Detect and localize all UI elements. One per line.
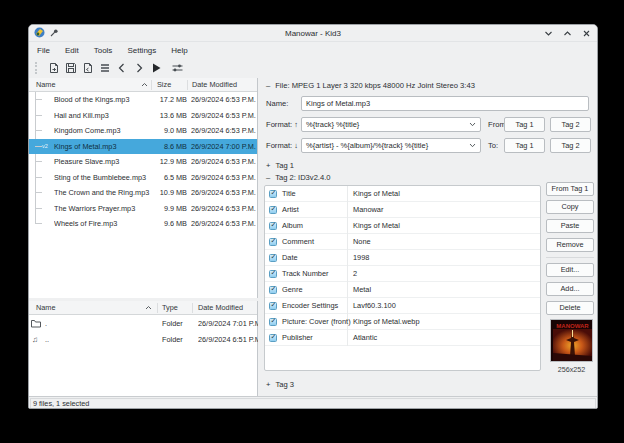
frame-value[interactable]: Kings of Metal: [353, 186, 400, 202]
file-row[interactable]: Blood of the Kings.mp3 17.2 MB 26/9/2024…: [29, 92, 257, 108]
select-all-button[interactable]: [96, 60, 113, 76]
frame-row[interactable]: Artist Manowar: [265, 202, 540, 218]
copy-button[interactable]: Copy: [546, 200, 594, 214]
frame-checkbox[interactable]: [269, 270, 277, 278]
next-file-button[interactable]: [130, 60, 147, 76]
column-header-size[interactable]: Size: [157, 78, 171, 92]
file-row[interactable]: Sting of the Bumblebee.mp3 6.5 MB 26/9/2…: [29, 170, 257, 186]
format-from-combo[interactable]: %{track} %{title}: [301, 117, 481, 132]
menu-tools[interactable]: Tools: [94, 46, 113, 55]
delete-button[interactable]: Delete: [546, 301, 594, 315]
file-row[interactable]: The Crown and the Ring.mp3 10.9 MB 26/9/…: [29, 185, 257, 201]
chevron-down-icon: [469, 122, 476, 127]
frame-value[interactable]: 1998: [353, 250, 369, 266]
add-button[interactable]: Add...: [546, 282, 594, 296]
frame-value[interactable]: Atlantic: [353, 330, 377, 346]
frame-row[interactable]: Title Kings of Metal: [265, 186, 540, 202]
folder-type: Folder: [162, 316, 194, 332]
column-header-name[interactable]: Name: [36, 78, 55, 92]
frame-checkbox[interactable]: [269, 318, 277, 326]
from-tag1-button[interactable]: Tag 1: [504, 117, 545, 132]
close-button[interactable]: [581, 28, 591, 38]
frame-row[interactable]: Album Kings of Metal: [265, 218, 540, 234]
music-note-icon: ♫: [32, 332, 42, 348]
minimize-button[interactable]: [543, 28, 553, 38]
folder-row[interactable]: ♫ .. Folder 26/9/2024 6:51 P.M.: [29, 332, 257, 348]
revert-button[interactable]: [79, 60, 96, 76]
frame-row[interactable]: Date 1998: [265, 250, 540, 266]
column-header-name[interactable]: Name: [36, 301, 55, 315]
remove-button[interactable]: Remove: [546, 238, 594, 252]
menu-settings[interactable]: Settings: [127, 46, 156, 55]
tag3-section-header[interactable]: + Tag 3: [266, 380, 294, 389]
frame-row[interactable]: Encoder Settings Lavf60.3.100: [265, 298, 540, 314]
frame-value[interactable]: Kings of Metal.webp: [353, 314, 420, 330]
previous-file-icon: [116, 62, 128, 74]
file-row[interactable]: Pleasure Slave.mp3 12.9 MB 26/9/2024 6:5…: [29, 154, 257, 170]
save-button[interactable]: [62, 60, 79, 76]
file-row[interactable]: Wheels of Fire.mp3 9.6 MB 26/9/2024 6:53…: [29, 216, 257, 232]
frame-checkbox[interactable]: [269, 238, 277, 246]
kid3-window: Manowar - Kid3 File Edit Tools Settings …: [28, 24, 598, 409]
file-row[interactable]: The Warriors Prayer.mp3 9.9 MB 26/9/2024…: [29, 201, 257, 217]
frame-value[interactable]: Manowar: [353, 202, 383, 218]
frame-value[interactable]: Metal: [353, 282, 371, 298]
album-cover-art: MANOWAR: [551, 320, 593, 362]
from-tag1-copy-button[interactable]: From Tag 1: [546, 182, 594, 196]
play-button[interactable]: [147, 60, 164, 76]
from-tag2-button[interactable]: Tag 2: [550, 117, 591, 132]
to-tag1-button[interactable]: Tag 1: [504, 138, 545, 153]
tag2-section-header[interactable]: – Tag 2: ID3v2.4.0: [266, 173, 331, 182]
tag1-section-header[interactable]: + Tag 1: [266, 161, 294, 170]
titlebar[interactable]: Manowar - Kid3: [29, 25, 597, 42]
column-header-date[interactable]: Date Modified: [198, 301, 243, 315]
open-file-button[interactable]: [45, 60, 62, 76]
frame-row[interactable]: Comment None: [265, 234, 540, 250]
frame-value[interactable]: None: [353, 234, 371, 250]
frame-value[interactable]: Lavf60.3.100: [353, 298, 396, 314]
toolbar: [29, 58, 597, 78]
frame-row[interactable]: Genre Metal: [265, 282, 540, 298]
folder-row[interactable]: . Folder 26/9/2024 7:01 P.M.: [29, 316, 257, 332]
frame-checkbox[interactable]: [269, 190, 277, 198]
file-section-header[interactable]: – File: MPEG 1 Layer 3 320 kbps 48000 Hz…: [266, 81, 475, 90]
expand-indicator: +: [266, 380, 270, 389]
file-row[interactable]: Hail and Kill.mp3 13.6 MB 26/9/2024 6:53…: [29, 108, 257, 124]
previous-file-button[interactable]: [113, 60, 130, 76]
file-date: 26/9/2024 6:53 P.M.: [191, 108, 258, 124]
frame-row[interactable]: Picture: Cover (front) Kings of Metal.we…: [265, 314, 540, 330]
frame-checkbox[interactable]: [269, 302, 277, 310]
toolbar-drag-handle[interactable]: [35, 62, 37, 74]
file-size: 9.6 MB: [147, 216, 187, 232]
frame-checkbox[interactable]: [269, 286, 277, 294]
format-from-label: Format: ↑: [266, 117, 298, 132]
file-row-selected[interactable]: v2 Kings of Metal.mp3 8.6 MB 26/9/2024 7…: [29, 139, 257, 155]
file-date: 26/9/2024 6:53 P.M.: [191, 92, 258, 108]
edit-button[interactable]: Edit...: [546, 263, 594, 277]
filter-button[interactable]: [169, 60, 186, 76]
frame-value[interactable]: 2: [353, 266, 357, 282]
album-cover-thumbnail[interactable]: MANOWAR: [550, 319, 593, 362]
file-row[interactable]: Kingdom Come.mp3 9.0 MB 26/9/2024 6:53 P…: [29, 123, 257, 139]
column-header-date[interactable]: Date Modified: [192, 78, 237, 92]
frame-row[interactable]: Publisher Atlantic: [265, 330, 540, 346]
paste-button[interactable]: Paste: [546, 219, 594, 233]
save-icon: [65, 62, 77, 74]
column-header-type[interactable]: Type: [162, 301, 178, 315]
folder-name: .: [45, 316, 145, 332]
maximize-button[interactable]: [562, 28, 572, 38]
to-tag2-button[interactable]: Tag 2: [550, 138, 591, 153]
menu-help[interactable]: Help: [171, 46, 187, 55]
frame-checkbox[interactable]: [269, 254, 277, 262]
frame-checkbox[interactable]: [269, 206, 277, 214]
menu-edit[interactable]: Edit: [65, 46, 79, 55]
sort-ascending-icon: [145, 302, 152, 316]
frame-checkbox[interactable]: [269, 222, 277, 230]
file-size: 13.6 MB: [147, 108, 187, 124]
frame-row[interactable]: Track Number 2: [265, 266, 540, 282]
filename-input[interactable]: Kings of Metal.mp3: [301, 96, 589, 111]
format-to-combo[interactable]: %{artist} - %{album}/%{track} %{title}: [301, 138, 481, 153]
frame-checkbox[interactable]: [269, 334, 277, 342]
menu-file[interactable]: File: [37, 46, 50, 55]
frame-value[interactable]: Kings of Metal: [353, 218, 400, 234]
